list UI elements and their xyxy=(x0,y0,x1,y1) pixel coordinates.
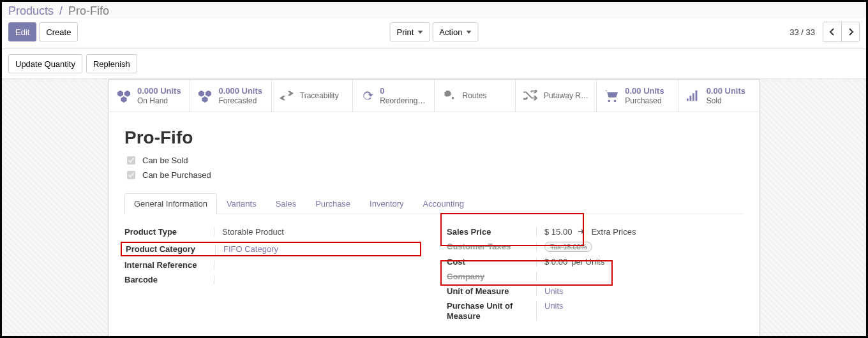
stat-value: 0.000 Units xyxy=(137,86,181,96)
stat-putaway[interactable]: Putaway Rules xyxy=(516,80,597,112)
label-internal-reference: Internal Reference xyxy=(124,260,214,270)
chevron-right-icon xyxy=(848,27,854,36)
action-label: Action xyxy=(439,27,462,37)
cubes-icon xyxy=(198,89,212,103)
tab-purchase[interactable]: Purchase xyxy=(306,193,360,214)
form-sheet: 0.000 UnitsOn Hand 0.000 UnitsForecasted… xyxy=(108,79,760,338)
tab-sales[interactable]: Sales xyxy=(266,193,306,214)
product-name: Pro-Fifo xyxy=(124,128,744,148)
control-bar: Edit Create Print Action 33 / 33 xyxy=(2,19,866,49)
can-be-sold-row: Can be Sold xyxy=(124,154,744,166)
row-sales-price: Sales Price $ 15.00 Extra Prices xyxy=(447,227,744,237)
create-button[interactable]: Create xyxy=(39,22,78,41)
caret-down-icon xyxy=(417,31,423,34)
stat-reordering[interactable]: 0Reordering … xyxy=(353,80,434,112)
row-uom: Unit of Measure Units xyxy=(447,286,744,296)
stat-sold[interactable]: 0.00 UnitsSold xyxy=(678,80,759,112)
gears-icon xyxy=(442,89,456,103)
cubes-icon xyxy=(117,89,131,103)
pager-text: 33 / 33 xyxy=(789,27,815,37)
extra-prices-link[interactable]: Extra Prices xyxy=(591,227,636,237)
stat-routes[interactable]: Routes xyxy=(435,80,516,112)
stat-label: Forecasted xyxy=(218,96,262,105)
print-label: Print xyxy=(397,27,414,37)
arrows-icon xyxy=(280,91,294,101)
stat-value: 0 xyxy=(380,86,426,96)
label-purchase-uom: Purchase Unit of Measure xyxy=(447,301,536,321)
update-quantity-button[interactable]: Update Quantity xyxy=(8,54,82,73)
value-product-category[interactable]: FIFO Category xyxy=(215,244,416,254)
tab-inventory[interactable]: Inventory xyxy=(360,193,413,214)
refresh-icon xyxy=(361,89,373,102)
value-uom[interactable]: Units xyxy=(536,286,744,296)
can-be-sold-checkbox[interactable] xyxy=(127,156,135,165)
arrow-right-icon xyxy=(578,227,585,237)
label-barcode: Barcode xyxy=(124,275,214,284)
stat-on-hand[interactable]: 0.000 UnitsOn Hand xyxy=(109,80,190,112)
row-purchase-uom: Purchase Unit of Measure Units xyxy=(447,301,744,321)
label-sales-price: Sales Price xyxy=(447,227,536,237)
stat-traceability[interactable]: Traceability xyxy=(272,80,353,112)
stat-label: Purchased xyxy=(625,96,664,105)
print-dropdown[interactable]: Print xyxy=(390,22,430,41)
cart-icon xyxy=(604,89,618,102)
label-customer-taxes: Customer Taxes xyxy=(447,242,536,252)
edit-button[interactable]: Edit xyxy=(8,22,36,41)
breadcrumb: Products / Pro-Fifo xyxy=(2,2,866,19)
shuffle-icon xyxy=(523,90,537,101)
tabs: General Information Variants Sales Purch… xyxy=(124,193,744,214)
caret-down-icon xyxy=(466,31,471,34)
stat-label: Routes xyxy=(463,91,487,100)
form-right: Sales Price $ 15.00 Extra Prices Custome… xyxy=(447,227,744,326)
row-internal-reference: Internal Reference xyxy=(124,260,421,270)
tab-variants[interactable]: Variants xyxy=(217,193,266,214)
stat-value: 0.00 Units xyxy=(707,86,745,96)
can-be-purchased-checkbox[interactable] xyxy=(127,171,135,179)
label-uom: Unit of Measure xyxy=(447,286,536,296)
breadcrumb-sep: / xyxy=(59,4,63,17)
stat-label: Sold xyxy=(707,96,745,105)
breadcrumb-current: Pro-Fifo xyxy=(68,4,109,17)
label-company: Company xyxy=(447,272,536,281)
value-barcode xyxy=(214,275,421,284)
stat-purchased[interactable]: 0.00 UnitsPurchased xyxy=(597,80,678,112)
can-be-purchased-label: Can be Purchased xyxy=(142,170,211,180)
replenish-button[interactable]: Replenish xyxy=(86,54,137,73)
value-cost: $ 0.00 xyxy=(544,257,567,267)
sub-toolbar: Update Quantity Replenish xyxy=(2,49,866,79)
row-cost: Cost $ 0.00 per Units xyxy=(447,257,744,267)
can-be-purchased-row: Can be Purchased xyxy=(124,169,744,181)
value-product-type: Storable Product xyxy=(214,227,421,237)
tab-general-information[interactable]: General Information xyxy=(124,193,217,214)
row-customer-taxes: Customer Taxes Tax 15.00% xyxy=(447,242,744,252)
label-cost: Cost xyxy=(447,257,536,267)
action-dropdown[interactable]: Action xyxy=(432,22,478,41)
row-barcode: Barcode xyxy=(124,275,421,284)
chevron-left-icon xyxy=(829,27,835,36)
stat-label: Traceability xyxy=(300,91,339,100)
stats-row: 0.000 UnitsOn Hand 0.000 UnitsForecasted… xyxy=(109,80,759,112)
row-product-category: Product Category FIFO Category xyxy=(121,242,421,256)
can-be-sold-label: Can be Sold xyxy=(142,156,188,165)
value-sales-price: $ 15.00 xyxy=(544,227,572,237)
form-left: Product Type Storable Product Product Ca… xyxy=(124,227,421,326)
tab-accounting[interactable]: Accounting xyxy=(414,193,474,214)
value-purchase-uom[interactable]: Units xyxy=(536,301,744,321)
pager-prev[interactable] xyxy=(823,22,841,41)
stat-value: 0.000 Units xyxy=(218,86,262,96)
label-product-category: Product Category xyxy=(126,244,215,254)
breadcrumb-root[interactable]: Products xyxy=(8,4,54,17)
row-company: Company xyxy=(447,272,744,281)
barchart-icon xyxy=(686,90,700,101)
pager-next[interactable] xyxy=(841,22,859,41)
value-company xyxy=(536,272,744,281)
stat-forecast[interactable]: 0.000 UnitsForecasted xyxy=(190,80,271,112)
tax-tag: Tax 15.00% xyxy=(544,242,592,252)
stat-value: 0.00 Units xyxy=(625,86,664,96)
value-cost-unit: per Units xyxy=(571,257,604,267)
stat-label: Putaway Rules xyxy=(544,91,588,100)
row-product-type: Product Type Storable Product xyxy=(124,227,421,237)
value-internal-reference xyxy=(214,260,421,270)
stat-label: Reordering … xyxy=(380,96,426,105)
stat-label: On Hand xyxy=(137,96,181,105)
